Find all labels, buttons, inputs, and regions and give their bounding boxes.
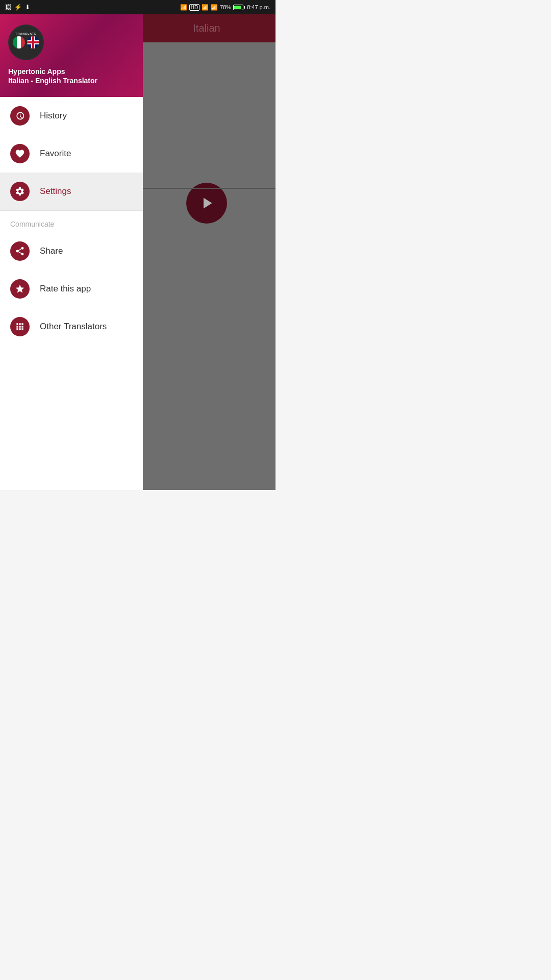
share-icon-circle bbox=[10, 241, 30, 261]
menu-item-other-translators[interactable]: Other Translators bbox=[0, 308, 143, 346]
app-company: Hypertonic Apps bbox=[8, 67, 97, 76]
app-logo: TRANSLATE bbox=[8, 24, 44, 60]
app-title: Italian - English Translator bbox=[8, 77, 97, 85]
communicate-section-header: Communicate bbox=[0, 210, 143, 232]
share-icon bbox=[15, 246, 25, 256]
menu-item-history[interactable]: History bbox=[0, 97, 143, 135]
settings-icon-circle bbox=[10, 182, 30, 201]
menu-item-settings[interactable]: Settings bbox=[0, 173, 143, 210]
settings-label: Settings bbox=[40, 186, 71, 197]
status-bar-left: 🖼 ⚡ ⬇ bbox=[5, 4, 30, 11]
hd-badge: HD bbox=[189, 4, 199, 11]
rate-label: Rate this app bbox=[40, 284, 91, 294]
battery-icon bbox=[233, 5, 245, 10]
image-icon: 🖼 bbox=[5, 4, 11, 11]
status-bar-right: 📶 HD 📶 📶 78% 8:47 p.m. bbox=[180, 4, 270, 11]
time-display: 8:47 p.m. bbox=[247, 4, 270, 10]
history-label: History bbox=[40, 111, 67, 121]
status-bar: 🖼 ⚡ ⬇ 📶 HD 📶 📶 78% 8:47 p.m. bbox=[0, 0, 276, 14]
history-icon-circle bbox=[10, 106, 30, 126]
star-icon bbox=[15, 284, 25, 294]
clock-icon bbox=[15, 111, 25, 121]
menu-item-favorite[interactable]: Favorite bbox=[0, 135, 143, 173]
usb-icon: ⚡ bbox=[14, 4, 22, 11]
share-label: Share bbox=[40, 246, 63, 256]
drawer-menu: History Favorite Settings bbox=[0, 97, 143, 490]
rate-icon-circle bbox=[10, 279, 30, 299]
heart-icon bbox=[15, 149, 25, 159]
grid-icon bbox=[15, 322, 25, 332]
menu-item-rate[interactable]: Rate this app bbox=[0, 270, 143, 308]
drawer-header: TRANSLATE Hypertonic Apps Italian - Engl… bbox=[0, 14, 143, 97]
drawer-app-name: Hypertonic Apps Italian - English Transl… bbox=[8, 67, 97, 85]
signal-icon-2: 📶 bbox=[211, 4, 218, 11]
navigation-drawer: TRANSLATE Hypertonic Apps Italian - Engl… bbox=[0, 14, 143, 490]
wifi-icon: 📶 bbox=[180, 4, 187, 11]
favorite-icon-circle bbox=[10, 144, 30, 163]
main-container: Italian bbox=[0, 14, 276, 490]
download-icon: ⬇ bbox=[25, 4, 30, 11]
other-translators-label: Other Translators bbox=[40, 322, 107, 332]
other-translators-icon-circle bbox=[10, 317, 30, 336]
signal-icon-1: 📶 bbox=[202, 4, 209, 11]
battery-percentage: 78% bbox=[220, 4, 231, 10]
menu-item-share[interactable]: Share bbox=[0, 232, 143, 270]
favorite-label: Favorite bbox=[40, 149, 71, 159]
gear-icon bbox=[15, 186, 25, 197]
